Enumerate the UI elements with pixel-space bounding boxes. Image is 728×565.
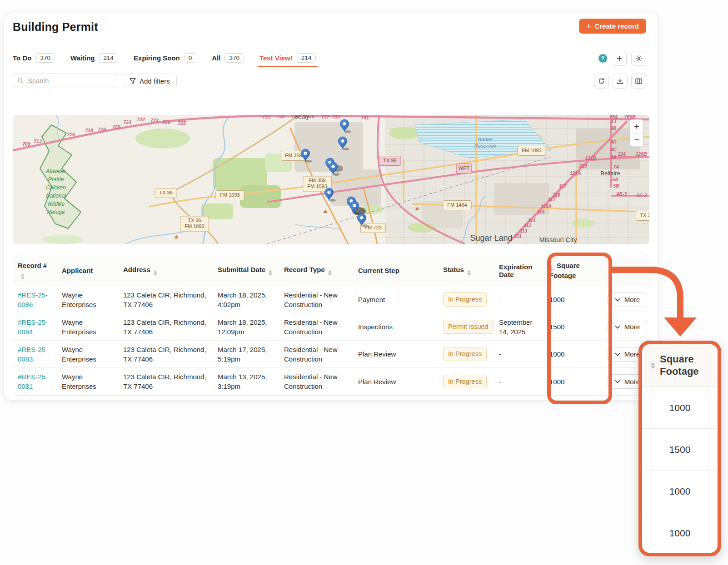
- square-footage-callout: Square Footage 1000 1500 1000 1000: [638, 341, 721, 556]
- more-label: More: [624, 323, 640, 331]
- mile-marker-label: 731: [262, 115, 270, 119]
- address-cell: 123 Caleta CIR, Richmond, TX 77406: [119, 286, 213, 313]
- col-header-applicant[interactable]: Applicant: [57, 255, 119, 286]
- submittal-date-cell: March 18, 2025, 12:09pm: [213, 313, 279, 341]
- record-link[interactable]: #RES-25-0084: [18, 318, 48, 336]
- columns-button[interactable]: [631, 74, 646, 89]
- page-title: Building Permit: [13, 20, 98, 34]
- col-header-address[interactable]: Address: [119, 255, 213, 286]
- more-button[interactable]: More: [608, 292, 647, 307]
- address-cell: 123 Caleta CIR, Richmond, TX 77406: [119, 368, 213, 395]
- tab-to-do[interactable]: To Do 370: [13, 49, 55, 67]
- tab-test-view[interactable]: Test View! 214: [259, 49, 316, 67]
- add-filters-button[interactable]: Add filters: [123, 74, 177, 88]
- wildlife-refuge-label: Wildlife: [47, 201, 65, 207]
- expiration-date-cell: -: [494, 341, 545, 368]
- tab-bar: To Do 370 Waiting 214 Expiring Soon 0 Al…: [13, 49, 646, 67]
- tab-all[interactable]: All 370: [212, 49, 244, 67]
- exit-number-label: 8A: [610, 154, 616, 160]
- search-box[interactable]: [13, 74, 117, 88]
- square-footage-cell: 1500: [545, 313, 602, 341]
- chevron-down-icon: [615, 380, 620, 383]
- more-button[interactable]: More: [608, 320, 647, 334]
- table-row[interactable]: #RES-25-0086 Wayne Enterprises 123 Calet…: [13, 286, 650, 313]
- current-step-cell: Payment: [354, 286, 439, 313]
- building-permit-card: Building Permit + Create record To Do 37…: [4, 13, 658, 401]
- tab-count-badge: 370: [224, 53, 244, 63]
- record-link[interactable]: #RES-25-0086: [18, 291, 48, 308]
- mile-marker-label: 733: [277, 115, 285, 119]
- mile-marker-label: 737: [332, 115, 341, 119]
- sort-icon: [21, 274, 25, 279]
- wildlife-refuge-label: Attwater: [45, 168, 66, 174]
- road-shield-label: TX 99: [383, 158, 396, 163]
- col-header-record-type[interactable]: Record Type: [279, 255, 354, 286]
- create-record-button[interactable]: + Create record: [579, 19, 646, 34]
- download-button[interactable]: [613, 74, 628, 89]
- expiration-date-cell: -: [494, 368, 545, 395]
- tab-expiring-soon[interactable]: Expiring Soon 0: [134, 49, 196, 67]
- record-type-cell: Residential - New Construction: [279, 313, 354, 341]
- exit-number-label: 8D: [610, 139, 617, 144]
- submittal-date-cell: March 17, 2025, 5:19pm: [213, 341, 279, 368]
- exit-number-label: 121B: [585, 155, 597, 161]
- chevron-down-icon: [615, 298, 620, 302]
- city-label: Bellaire: [600, 170, 620, 177]
- city-label: Sugar Land: [470, 233, 512, 243]
- applicant-cell: Wayne Enterprises: [57, 368, 119, 395]
- table-row[interactable]: #RES-25-0083 Wayne Enterprises 123 Calet…: [13, 341, 650, 368]
- col-header-square-footage[interactable]: Square Footage: [545, 255, 602, 286]
- exit-number-label: 112: [524, 223, 532, 228]
- mile-marker-label: 720: [112, 124, 120, 129]
- table-row[interactable]: #RES-25-0084 Wayne Enterprises 123 Calet…: [13, 313, 650, 341]
- callout-value: 1500: [642, 429, 718, 471]
- exit-number-label: 9B: [610, 125, 617, 131]
- settings-button[interactable]: [631, 51, 646, 66]
- table-row[interactable]: #RES-25-0081 Wayne Enterprises 123 Calet…: [13, 368, 650, 395]
- zoom-out-button[interactable]: −: [634, 135, 639, 144]
- mile-marker-label: 718: [85, 128, 93, 133]
- record-link[interactable]: #RES-25-0081: [18, 373, 48, 390]
- applicant-cell: Wayne Enterprises: [57, 313, 119, 341]
- road-shield-label: FM 359: [309, 178, 325, 183]
- status-badge: In Progress: [443, 292, 487, 306]
- col-header-expiration-date[interactable]: Expiration Date: [494, 255, 545, 286]
- road-shield-label: FM 359: [285, 153, 302, 158]
- exit-number-label: 5B: [613, 183, 619, 188]
- exit-number-label: 1J: [611, 119, 617, 124]
- expiration-date-cell: -: [494, 286, 545, 313]
- search-input[interactable]: [27, 77, 112, 85]
- exit-number-label: 121A: [569, 170, 581, 176]
- wildlife-refuge-label: Chicken: [46, 184, 66, 191]
- record-type-cell: Residential - New Construction: [279, 368, 354, 395]
- col-header-status[interactable]: Status: [439, 255, 494, 286]
- add-view-button[interactable]: [612, 51, 627, 66]
- tab-waiting[interactable]: Waiting 214: [70, 49, 118, 67]
- zoom-in-button[interactable]: +: [634, 122, 639, 131]
- city-label: Sealy: [294, 115, 309, 120]
- col-header-current-step[interactable]: Current Step: [354, 255, 439, 286]
- sort-icon: [154, 270, 157, 276]
- record-type-cell: Residential - New Construction: [279, 286, 354, 313]
- refresh-button[interactable]: [594, 74, 609, 89]
- col-header-submittal-date[interactable]: Submittal Date: [213, 255, 279, 286]
- status-badge: In Progress: [443, 375, 487, 388]
- help-icon[interactable]: ?: [598, 54, 607, 63]
- record-link[interactable]: #RES-25-0083: [18, 346, 48, 363]
- add-filters-label: Add filters: [140, 77, 170, 85]
- wildlife-refuge-label: Refuge: [47, 209, 65, 215]
- exit-number-label: 8C: [610, 147, 617, 152]
- callout-header: Square Footage: [642, 344, 718, 387]
- square-footage-cell: 1000: [545, 368, 602, 395]
- col-header-record[interactable]: Record #: [13, 255, 57, 286]
- callout-value: 1000: [642, 471, 718, 512]
- mile-marker-label: 723: [150, 118, 159, 123]
- map-zoom-control[interactable]: + −: [630, 119, 643, 147]
- more-label: More: [624, 296, 640, 303]
- sort-icon: [549, 266, 553, 272]
- records-map[interactable]: 7097137167187187207237227237267257317337…: [13, 115, 649, 244]
- status-badge: Permit Issued: [443, 320, 494, 333]
- reservoir-label: Reservoir: [474, 143, 497, 149]
- reservoir-label: Barker: [478, 137, 494, 142]
- status-badge: In Progress: [443, 347, 487, 361]
